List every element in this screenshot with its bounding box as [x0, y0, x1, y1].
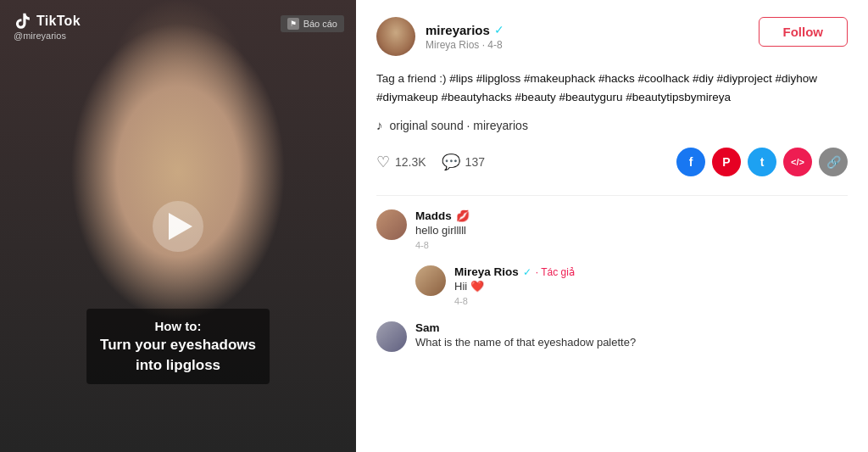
pinterest-icon: P	[722, 155, 730, 169]
avatar	[376, 17, 415, 56]
comment-text-sam: What is the name of that eyeshadow palet…	[415, 336, 848, 349]
ad-icon: ⚑	[287, 18, 299, 30]
tiktok-header: TikTok	[14, 12, 81, 31]
video-caption: How to: Turn your eyeshadows into lipglo…	[86, 309, 270, 384]
caption-line3: into lipgloss	[100, 355, 256, 376]
comment-body-mireya: Mireya Rios ✓ · Tác giả Hii ❤️ 4-8	[454, 265, 848, 306]
share-buttons: f P t </> 🔗	[676, 148, 848, 176]
facebook-icon: f	[689, 155, 693, 169]
play-icon	[169, 213, 192, 240]
comment-item: Madds 💋 hello girlllll 4-8	[376, 209, 848, 250]
profile-name-row: mireyarios ✓	[426, 23, 504, 37]
heart-icon: ♡	[376, 153, 390, 171]
comment-emoji-madds: 💋	[456, 209, 470, 222]
comment-time-madds: 4-8	[415, 240, 848, 250]
profile-left: mireyarios ✓ Mireya Rios · 4-8	[376, 17, 504, 56]
ad-badge[interactable]: ⚑ Báo cáo	[281, 15, 344, 32]
commenter-name-mireya: Mireya Rios	[454, 265, 519, 278]
actions-row: ♡ 12.3K 💬 137 f P t </> 🔗	[376, 148, 848, 176]
profile-meta: Mireya Rios · 4-8	[426, 39, 504, 51]
twitter-icon: t	[760, 155, 765, 169]
comment-text-madds: hello girlllll	[415, 224, 848, 237]
comment-body-sam: Sam What is the name of that eyeshadow p…	[415, 321, 848, 352]
post-caption: Tag a friend :) #lips #lipgloss #makeuph…	[376, 70, 848, 106]
comment-avatar-madds	[376, 209, 407, 240]
comment-name-row-mireya: Mireya Rios ✓ · Tác giả	[454, 265, 848, 278]
sound-label: original sound · mireyarios	[390, 119, 528, 132]
comment-item-sam: Sam What is the name of that eyeshadow p…	[376, 321, 848, 352]
code-icon: </>	[791, 157, 804, 167]
share-facebook-button[interactable]: f	[676, 148, 705, 176]
profile-info: mireyarios ✓ Mireya Rios · 4-8	[426, 23, 504, 51]
share-twitter-button[interactable]: t	[748, 148, 776, 176]
right-panel: mireyarios ✓ Mireya Rios · 4-8 Follow Ta…	[356, 0, 868, 452]
commenter-name-sam: Sam	[415, 321, 440, 334]
follow-button[interactable]: Follow	[759, 17, 849, 47]
profile-header: mireyarios ✓ Mireya Rios · 4-8 Follow	[376, 17, 848, 56]
comment-name-row-sam: Sam	[415, 321, 848, 334]
comment-text-mireya: Hii ❤️	[454, 280, 848, 293]
tiktok-logo: TikTok	[14, 12, 81, 31]
comments-action[interactable]: 💬 137	[442, 153, 485, 171]
tiktok-icon	[14, 12, 32, 31]
likes-count: 12.3K	[395, 155, 426, 169]
link-icon: 🔗	[826, 155, 841, 169]
music-icon: ♪	[376, 118, 383, 132]
comment-name-row: Madds 💋	[415, 209, 848, 222]
avatar-image	[376, 17, 415, 56]
caption-line1: How to:	[100, 317, 256, 335]
mireya-verified-icon: ✓	[523, 266, 531, 278]
ad-label: Báo cáo	[303, 19, 337, 29]
tiktok-brand-name: TikTok	[36, 14, 81, 29]
tiktok-username: @mireyarios	[14, 31, 66, 41]
likes-action[interactable]: ♡ 12.3K	[376, 153, 426, 171]
caption-line2: Turn your eyeshadows	[100, 335, 256, 355]
share-pinterest-button[interactable]: P	[712, 148, 741, 176]
comments-count: 137	[465, 155, 485, 169]
left-actions: ♡ 12.3K 💬 137	[376, 153, 485, 171]
sound-row: ♪ original sound · mireyarios	[376, 118, 848, 132]
share-embed-button[interactable]: </>	[783, 148, 812, 176]
share-link-button[interactable]: 🔗	[819, 148, 848, 176]
comment-avatar-mireya	[415, 265, 446, 296]
comment-item-author: Mireya Rios ✓ · Tác giả Hii ❤️ 4-8	[415, 265, 848, 306]
comment-icon: 💬	[442, 153, 460, 171]
video-panel: TikTok @mireyarios ⚑ Báo cáo How to: Tur…	[0, 0, 356, 452]
play-button[interactable]	[153, 201, 203, 252]
divider	[376, 195, 848, 196]
comment-time-mireya: 4-8	[454, 296, 848, 306]
profile-name: mireyarios	[426, 23, 490, 37]
comment-avatar-sam	[376, 321, 407, 352]
author-badge: · Tác giả	[536, 266, 575, 278]
comment-body-madds: Madds 💋 hello girlllll 4-8	[415, 209, 848, 250]
commenter-name-madds: Madds	[415, 209, 452, 222]
verified-icon: ✓	[494, 23, 504, 36]
